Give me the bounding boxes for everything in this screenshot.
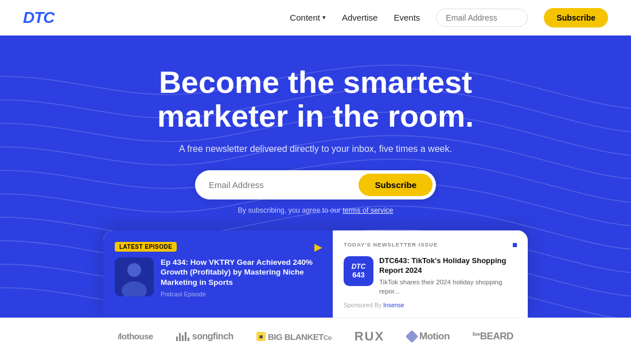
newsletter-header: TODAY'S NEWSLETTER ISSUE ■ (344, 240, 517, 249)
brand-logo[interactable]: DTC (23, 9, 54, 27)
nav-advertise[interactable]: Advertise (342, 13, 378, 22)
dtc-logo-number: 643 (352, 271, 365, 279)
podcast-thumbnail (115, 257, 154, 296)
hero-terms: By subscribing, you agree to our terms o… (0, 206, 631, 214)
songfinch-icon (176, 332, 189, 341)
sponsor-link[interactable]: Insense (383, 302, 404, 308)
person-thumbnail (115, 257, 154, 296)
navbar: DTC Content ▾ Advertise Events Subscribe (0, 0, 631, 36)
hero-section: Become the smartest marketer in the room… (0, 36, 631, 318)
podcast-row: Ep 434: How VKTRY Gear Achieved 240% Gro… (115, 257, 321, 298)
hero-email-input[interactable] (209, 180, 359, 190)
hero-subscribe-button[interactable]: Subscribe (359, 174, 433, 196)
podcast-card: LATEST EPISODE ▶ Ep 434: How VKTRY Gear … (103, 230, 333, 318)
hero-email-form: Subscribe (195, 170, 436, 199)
newsletter-text-block: DTC643: TikTok's Holiday Shopping Report… (379, 256, 517, 296)
sponsor-rux: RUX (355, 329, 384, 344)
sponsor-lothouse: llothouse (118, 331, 153, 342)
dtc-logo-text: DTC (352, 263, 366, 271)
terms-link[interactable]: terms of service (342, 206, 393, 214)
latest-episode-badge: LATEST EPISODE (115, 242, 177, 252)
dtc-logo-box: DTC 643 (344, 256, 373, 286)
hero-title: Become the smartest marketer in the room… (98, 65, 533, 134)
nav-email-input[interactable] (436, 9, 528, 27)
rss-icon: ■ (512, 240, 517, 249)
play-icon[interactable]: ▶ (314, 241, 322, 253)
sponsor-songfinch: songfinch (176, 331, 233, 342)
hero-content: Become the smartest marketer in the room… (0, 65, 631, 230)
newsletter-label: TODAY'S NEWSLETTER ISSUE (344, 241, 438, 248)
newsletter-card: TODAY'S NEWSLETTER ISSUE ■ DTC 643 DTC64… (333, 230, 528, 318)
nav-links: Content ▾ Advertise Events (290, 13, 420, 22)
nav-right: Content ▾ Advertise Events Subscribe (290, 8, 608, 28)
svg-point-1 (127, 263, 141, 277)
podcast-info: Ep 434: How VKTRY Gear Achieved 240% Gro… (161, 257, 321, 298)
sponsor-motion: Motion (407, 331, 450, 342)
content-preview-card: LATEST EPISODE ▶ Ep 434: How VKTRY Gear … (103, 230, 528, 318)
sponsor-livebeard: liveBEARD (473, 331, 513, 342)
podcast-title: Ep 434: How VKTRY Gear Achieved 240% Gro… (161, 257, 321, 288)
nav-content[interactable]: Content ▾ (290, 13, 326, 22)
newsletter-item: DTC 643 DTC643: TikTok's Holiday Shoppin… (344, 256, 517, 296)
sponsors-bar: llothouse songfinch ■ BIG BLANKETCo RUX … (0, 318, 631, 355)
motion-icon (406, 330, 419, 343)
newsletter-title: DTC643: TikTok's Holiday Shopping Report… (379, 256, 517, 276)
newsletter-snippet: TikTok shares their 2024 holiday shoppin… (379, 277, 517, 296)
sponsored-row: Sponsored By Insense (344, 302, 517, 308)
hero-subtitle: A free newsletter delivered directly to … (0, 144, 631, 154)
chevron-down-icon: ▾ (322, 14, 326, 21)
podcast-type: Podcast Episode (161, 291, 321, 298)
nav-subscribe-button[interactable]: Subscribe (544, 8, 608, 28)
sponsor-bigblanket: ■ BIG BLANKETCo (256, 332, 332, 342)
nav-events[interactable]: Events (394, 13, 420, 22)
